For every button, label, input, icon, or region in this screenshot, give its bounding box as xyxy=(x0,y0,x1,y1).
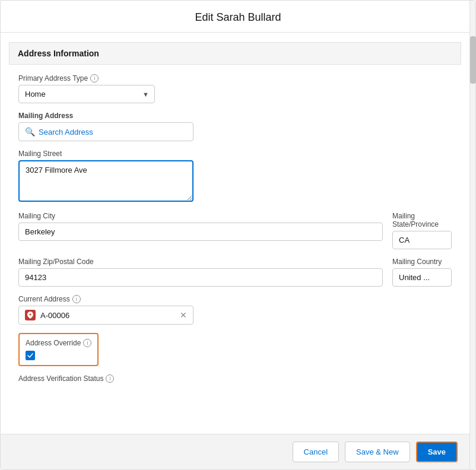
mailing-state-input[interactable] xyxy=(392,231,452,249)
current-address-group: Current Address i A-00006 ✕ xyxy=(18,295,452,325)
clear-address-icon[interactable]: ✕ xyxy=(180,310,187,320)
search-address-field[interactable]: 🔍 Search Address xyxy=(18,122,193,141)
mailing-address-label: Mailing Address xyxy=(18,112,452,120)
address-verification-label: Address Verification Status i xyxy=(18,374,452,383)
mailing-country-input[interactable] xyxy=(392,268,452,287)
modal-header: Edit Sarah Bullard xyxy=(1,1,475,33)
address-pin-icon xyxy=(25,310,36,320)
city-state-row: Mailing City MailingState/Province xyxy=(18,212,452,249)
address-override-label: Address Override xyxy=(26,339,81,347)
address-override-info-icon[interactable]: i xyxy=(83,339,91,347)
mailing-country-group: Mailing Country xyxy=(392,258,452,287)
edit-modal: Edit Sarah Bullard Address Information P… xyxy=(0,0,476,470)
mailing-street-input[interactable]: 3027 Fillmore Ave xyxy=(18,160,193,202)
address-verification-info-icon[interactable]: i xyxy=(106,374,114,383)
primary-address-type-group: Primary Address Type i Home Work Other ▼ xyxy=(18,74,452,103)
primary-address-type-info-icon[interactable]: i xyxy=(90,74,99,82)
address-override-box: Address Override i xyxy=(18,333,99,366)
mailing-zip-group: Mailing Zip/Postal Code xyxy=(18,258,383,287)
primary-address-type-select-wrapper: Home Work Other ▼ xyxy=(18,85,155,103)
search-address-placeholder: Search Address xyxy=(39,128,93,136)
mailing-city-group: Mailing City xyxy=(18,212,383,249)
save-new-button[interactable]: Save & New xyxy=(345,442,410,462)
modal-footer: Cancel Save & New Save xyxy=(1,434,469,469)
mailing-state-group: MailingState/Province xyxy=(392,212,452,249)
scrollbar-thumb[interactable] xyxy=(470,36,476,84)
mailing-state-label: MailingState/Province xyxy=(392,212,452,228)
address-override-checkbox[interactable] xyxy=(26,351,35,360)
primary-address-type-label: Primary Address Type i xyxy=(18,74,452,82)
modal-body: Address Information Primary Address Type… xyxy=(1,33,469,434)
cancel-button[interactable]: Cancel xyxy=(293,442,339,462)
mailing-city-input[interactable] xyxy=(18,223,383,241)
mailing-address-group: Mailing Address 🔍 Search Address xyxy=(18,112,452,141)
current-address-info-icon[interactable]: i xyxy=(72,295,81,303)
section-header: Address Information xyxy=(9,42,461,65)
mailing-city-label: Mailing City xyxy=(18,212,383,220)
mailing-street-label: Mailing Street xyxy=(18,150,452,158)
current-address-label: Current Address i xyxy=(18,295,452,303)
mailing-zip-label: Mailing Zip/Postal Code xyxy=(18,258,383,266)
mailing-street-group: Mailing Street 3027 Fillmore Ave xyxy=(18,150,452,204)
zip-country-row: Mailing Zip/Postal Code Mailing Country xyxy=(18,258,452,287)
mailing-zip-input[interactable] xyxy=(18,268,383,287)
scrollbar-track[interactable] xyxy=(469,1,475,469)
primary-address-type-select[interactable]: Home Work Other xyxy=(18,85,155,103)
address-verification-group: Address Verification Status i xyxy=(18,374,452,383)
mailing-country-label: Mailing Country xyxy=(392,258,452,266)
modal-title: Edit Sarah Bullard xyxy=(12,11,464,24)
save-button[interactable]: Save xyxy=(416,442,458,462)
current-address-field[interactable]: A-00006 ✕ xyxy=(18,306,193,325)
search-icon: 🔍 xyxy=(25,127,35,136)
current-address-value: A-00006 xyxy=(40,311,176,320)
address-override-label-row: Address Override i xyxy=(26,339,91,347)
